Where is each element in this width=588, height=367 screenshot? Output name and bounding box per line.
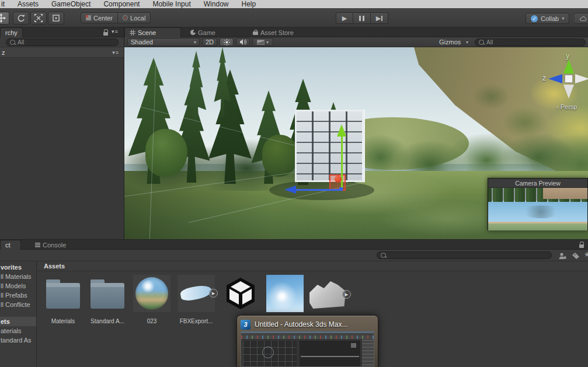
scale-tool-button[interactable] [30,12,47,25]
gizmo-y-cone[interactable] [337,124,346,137]
orientation-gizmo: y z ‹ Persp [541,52,588,110]
star-icon[interactable]: ★ [584,250,588,258]
rotate-tool-button[interactable] [13,12,29,25]
tab-hierarchy[interactable]: rchy [0,27,23,37]
rect-tool-button[interactable] [48,12,64,25]
asset-tile-023[interactable]: 023 [131,275,173,326]
local-rotation-icon [123,15,128,20]
hierarchy-search-input[interactable]: All [6,39,119,46]
tab-project[interactable]: ct [0,240,21,250]
assets-breadcrumb[interactable]: Assets [37,261,588,271]
asset-tile-materials[interactable]: Materials [42,275,84,326]
axis-y-label: y [566,52,569,60]
speaker-icon [240,39,246,45]
assets-tree-root[interactable]: ets [0,317,36,326]
move-icon [0,13,6,23]
axis-z-cone[interactable] [548,74,562,83]
thumbnail-screenshot [241,331,374,367]
tab-console[interactable]: Console [30,240,71,250]
taskbar-thumbnail-3dsmax[interactable]: 3 Untitled - Autodesk 3ds Max... [236,315,378,367]
panel-menu-icon[interactable]: ▾≡ [112,29,119,34]
asset-tile-fbxexport[interactable]: ▶ FBXExport... [175,275,217,326]
gizmo-z-cone[interactable] [284,186,296,194]
collab-check-icon: ✓ [531,15,538,22]
play-button[interactable]: ▶ [336,12,353,24]
axis-cube[interactable] [565,75,573,83]
skybox-sphere-icon [135,277,168,310]
assets-tree-standard-assets[interactable]: tandard As [0,335,36,345]
lock-icon[interactable] [103,29,109,36]
favorites-all-conflicted[interactable]: ll Conflicte [0,300,36,309]
menu-mobile-input[interactable]: Mobile Input [152,0,190,8]
axis-down-cone[interactable] [563,85,574,99]
audio-toggle[interactable] [236,38,250,46]
sun-icon [224,39,230,46]
favorites-all-materials[interactable]: ll Materials [0,272,36,281]
gizmos-dropdown[interactable]: Gizmos▾ [436,38,472,46]
gizmo-z-axis[interactable] [295,189,342,191]
hierarchy-tabstrip: rchy ▾≡ [0,27,124,37]
lighting-toggle[interactable] [220,38,234,46]
console-list-icon [35,242,40,247]
tab-game[interactable]: Game [186,27,220,37]
step-button[interactable]: ▶ [371,12,388,24]
scene-header-row[interactable]: z ▾≡ [0,47,124,58]
search-by-type-button[interactable] [558,251,566,262]
tab-asset-store[interactable]: Asset Store [248,27,298,37]
menu-gameobject[interactable]: GameObject [51,0,91,8]
camera-preview-image [488,188,587,230]
menu-help[interactable]: Help [241,0,256,8]
menu-window[interactable]: Window [204,0,229,8]
expand-arrow-icon[interactable]: ▶ [209,289,218,298]
menu-component[interactable]: Component [103,0,140,8]
unity-logo-icon [224,277,257,310]
hierarchy-panel: rchy ▾≡ All z ▾≡ [0,27,124,239]
assets-tree-materials[interactable]: aterials [0,326,36,335]
axis-x-cone[interactable] [575,74,588,83]
persp-toggle[interactable]: ‹ Persp [556,103,577,110]
2d-toggle[interactable]: 2D [202,38,217,46]
collab-button[interactable]: ✓ Collab ▾ [526,13,569,24]
unity-editor-window: it Assets GameObject Component Mobile In… [0,0,588,367]
asset-store-bag-icon [253,30,258,35]
favorites-all-models[interactable]: ll Models [0,281,36,291]
scene-viewport[interactable]: y z ‹ Persp Camera Preview [124,47,588,239]
search-by-label-button[interactable] [572,251,580,262]
scene-search-input[interactable]: All [475,39,586,46]
camera-preview-title: Camera Preview [488,179,587,188]
lock-icon[interactable] [579,242,584,248]
tab-scene[interactable]: Scene [124,27,181,37]
tree-spacer [0,309,36,317]
effects-dropdown[interactable]: ▾ [252,38,273,46]
thumbnail-titlebar: 3 Untitled - Autodesk 3ds Max... [241,318,374,331]
search-icon [381,253,386,258]
thumbnail-title: Untitled - Autodesk 3ds Max... [255,320,347,328]
scene-menu-icon[interactable]: ▾≡ [112,50,119,55]
chevron-down-icon: ▾ [266,40,269,45]
expand-arrow-icon[interactable]: ▶ [342,290,351,299]
axis-y-cone[interactable] [563,60,574,74]
favorites-all-prefabs[interactable]: ll Prefabs [0,291,36,300]
building[interactable] [295,110,364,182]
asset-tile-standard-assets[interactable]: Standard A... [86,275,128,326]
terrain-model-icon [309,279,346,309]
cloud-services-button[interactable] [575,13,588,24]
menu-edit[interactable]: it [1,0,5,8]
pause-button[interactable] [353,12,371,24]
pivot-center-button[interactable]: Center [81,12,118,23]
center-pivot-icon [86,15,91,20]
project-tree-column: vorites ll Materials ll Models ll Prefab… [0,261,37,367]
cloud-icon [579,15,587,22]
rotation-local-button[interactable]: Local [118,12,151,23]
rotate-icon [16,13,26,23]
favorites-header[interactable]: vorites [0,263,36,272]
project-search-input[interactable] [377,251,552,259]
folder-icon [91,283,124,309]
menu-assets[interactable]: Assets [18,0,39,8]
hierarchy-search-row: All [0,37,124,47]
draw-mode-dropdown[interactable]: Shaded▾ [127,38,200,46]
project-tabstrip: ct Console [0,240,588,250]
gizmo-origin [339,187,343,191]
tag-icon [572,252,580,260]
move-tool-button[interactable] [0,12,9,25]
